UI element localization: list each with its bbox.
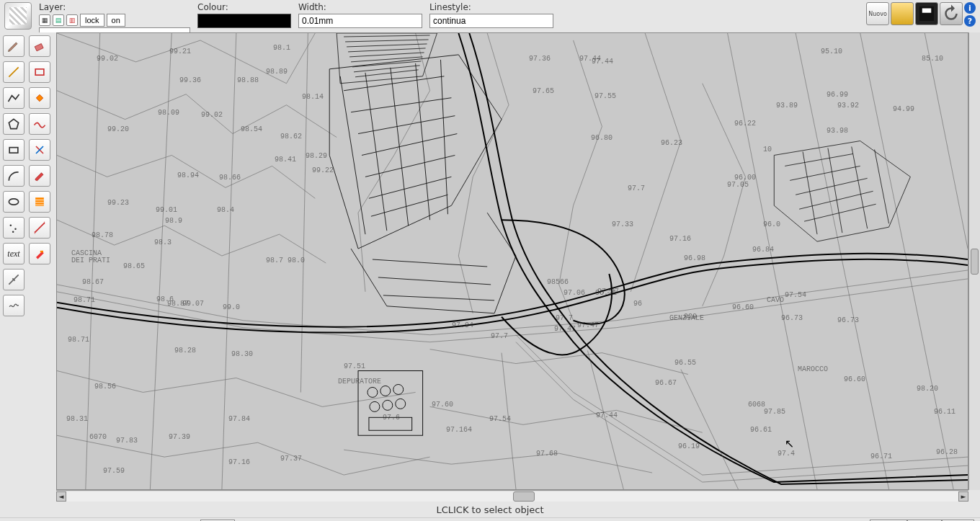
elevation-label: 99.21 xyxy=(169,48,191,55)
pencil-tool[interactable] xyxy=(3,35,24,57)
svg-point-10 xyxy=(9,199,18,205)
elevation-label: 97.44 xyxy=(596,411,618,419)
drawing-canvas[interactable]: 99.0299.2198.198.8999.3698.8898.1498.099… xyxy=(56,32,968,490)
elevation-label: 96.67 xyxy=(655,379,677,387)
svg-marker-6 xyxy=(9,119,18,128)
right-icon-group: Nuovo i ? xyxy=(866,2,976,27)
colour-label: Colour: xyxy=(197,2,291,12)
info-button[interactable]: i xyxy=(964,2,976,14)
horizontal-scrollbar[interactable]: ◄ ► xyxy=(56,490,968,502)
svg-point-22 xyxy=(368,387,378,397)
eraser-tool[interactable] xyxy=(29,35,50,57)
vscroll-thumb[interactable] xyxy=(971,249,979,275)
elevation-label: 98.3 xyxy=(154,239,172,246)
text-tool[interactable]: text xyxy=(3,243,24,264)
elevation-label: 96.19 xyxy=(678,442,700,450)
line-tool[interactable] xyxy=(3,61,24,83)
status-bar: LCLICK to select object xyxy=(0,502,980,517)
diamond-tool[interactable] xyxy=(29,87,50,109)
elevation-label: 97.39 xyxy=(169,433,190,441)
linestyle-label: Linestyle: xyxy=(429,2,553,12)
elevation-label: 98.20 xyxy=(917,385,938,393)
elevation-label: 98.56 xyxy=(94,383,116,391)
svg-rect-4 xyxy=(35,69,44,75)
new-button[interactable]: Nuovo xyxy=(866,2,889,25)
paint-tool[interactable] xyxy=(29,243,50,264)
wave-tool[interactable] xyxy=(29,113,50,135)
hscroll-thumb[interactable] xyxy=(513,491,535,502)
elevation-label: 96.99 xyxy=(827,91,848,99)
elevation-label: 98.0 xyxy=(288,257,305,264)
elevation-label: 96.11 xyxy=(934,408,956,416)
elevation-label: 85.10 xyxy=(922,55,943,63)
elevation-label: 99.01 xyxy=(156,206,177,214)
polygon-tool[interactable] xyxy=(3,113,24,135)
elevation-label: 97.68 xyxy=(536,450,558,458)
svg-point-12 xyxy=(10,224,12,226)
elevation-label: 98566 xyxy=(547,278,569,286)
elevation-label: 96.71 xyxy=(870,453,892,460)
brush-tool[interactable] xyxy=(29,165,50,187)
open-button[interactable] xyxy=(891,2,914,25)
svg-line-3 xyxy=(9,67,18,76)
vertical-scrollbar[interactable] xyxy=(968,32,980,490)
elevation-label: 97.7 xyxy=(628,184,645,192)
layer-icon-2[interactable]: ▤ xyxy=(53,14,64,26)
refresh-button[interactable] xyxy=(940,2,963,25)
elevation-label: 98.31 xyxy=(66,415,88,423)
layer-on-button[interactable]: on xyxy=(107,14,125,27)
elevation-label: 6070 xyxy=(89,433,107,441)
elevation-label: 96.28 xyxy=(936,448,958,456)
elevation-label: 97.47 xyxy=(577,321,599,329)
svg-point-25 xyxy=(370,401,380,411)
measure-tool[interactable] xyxy=(29,217,50,239)
arc-tool[interactable] xyxy=(3,165,24,187)
elevation-label: 97.44 xyxy=(592,58,613,66)
elevation-label: DEI PRATI xyxy=(71,257,110,264)
width-label: Width: xyxy=(298,2,422,12)
help-button[interactable]: ? xyxy=(964,15,976,27)
svg-point-27 xyxy=(396,398,406,409)
hscroll-left-arrow[interactable]: ◄ xyxy=(56,491,66,502)
elevation-label: 98.88 xyxy=(237,76,259,84)
elevation-label: 97.47 xyxy=(554,325,576,333)
svg-rect-7 xyxy=(9,148,18,153)
elevation-label: 99.02 xyxy=(201,111,223,119)
colour-swatch[interactable] xyxy=(197,14,291,28)
svg-point-23 xyxy=(380,386,391,396)
layer-icon-1[interactable]: ▦ xyxy=(39,14,50,26)
rect-tool[interactable] xyxy=(3,139,24,161)
layer-lock-button[interactable]: lock xyxy=(80,14,104,27)
map-svg xyxy=(57,33,968,489)
elevation-label: 96.73 xyxy=(837,316,859,324)
elevation-label: DEPURATORE xyxy=(338,378,381,386)
save-button[interactable] xyxy=(915,2,938,25)
elevation-label: 99.0 xyxy=(223,303,240,311)
elevation-label: 97.51 xyxy=(344,362,365,370)
elevation-label: 97.60 xyxy=(432,401,453,409)
width-input[interactable] xyxy=(298,14,422,28)
cut-tool[interactable] xyxy=(29,139,50,161)
elevation-label: 93.92 xyxy=(837,102,859,110)
points-tool[interactable] xyxy=(3,217,24,239)
hscroll-right-arrow[interactable]: ► xyxy=(958,491,968,502)
elevation-label: 96.55 xyxy=(674,359,696,367)
elevation-label: 98.94 xyxy=(177,172,199,179)
linestyle-input[interactable] xyxy=(429,14,553,28)
elevation-label: 97.7 xyxy=(556,314,573,322)
layer-label: Layer: xyxy=(39,2,190,12)
elevation-label: 96.98 xyxy=(684,254,705,262)
layer-icon-3[interactable]: ▥ xyxy=(66,14,78,26)
elevation-label: 99.23 xyxy=(107,199,129,207)
polyline-tool[interactable] xyxy=(3,87,24,109)
elevation-label: 97.164 xyxy=(446,426,472,434)
rect-red-tool[interactable] xyxy=(29,61,50,83)
split-tool[interactable] xyxy=(3,269,24,290)
scribble-tool[interactable] xyxy=(3,295,24,316)
svg-rect-2 xyxy=(35,44,43,51)
elevation-label: 93.98 xyxy=(827,127,848,135)
elevation-label: 96.23 xyxy=(661,139,682,147)
ellipse-tool[interactable] xyxy=(3,191,24,213)
hatch-tool[interactable] xyxy=(29,191,50,213)
elevation-label: 97.94 xyxy=(452,321,473,329)
